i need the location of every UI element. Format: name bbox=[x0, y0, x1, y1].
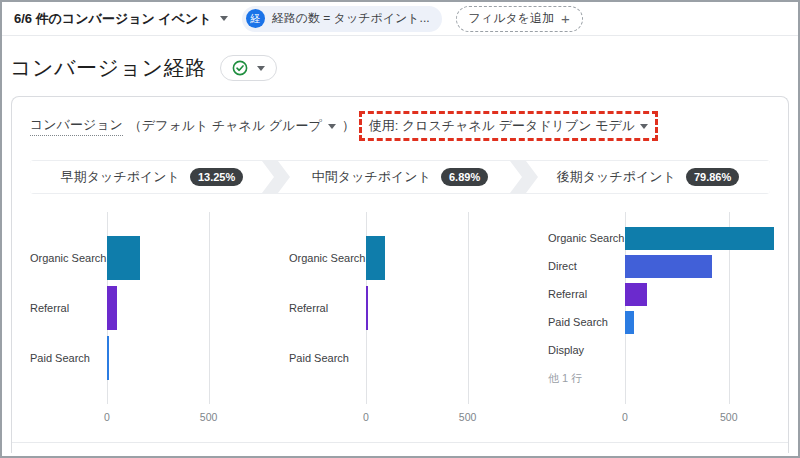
goto-page-value: 1 bbox=[661, 452, 668, 453]
conversion-paths-report: 6/6 件のコンバージョン イベント 経 経路の数 = タッチポイント... フ… bbox=[0, 0, 800, 458]
stage-mid-touchpoints: 中間タッチポイント 6.89% bbox=[278, 161, 522, 193]
category-label: 他 1 行 bbox=[548, 371, 582, 386]
attribution-model-dropdown[interactable]: 使用: クロスチャネル データドリブン モデル bbox=[359, 111, 658, 141]
stage-label: 中間タッチポイント bbox=[312, 168, 431, 186]
bar-referral bbox=[366, 286, 368, 330]
stage-percent-badge: 13.25% bbox=[190, 168, 243, 186]
pagination-bar: 1 ページあたりの行数: 10 移動: 1 1～10 bbox=[30, 443, 770, 453]
bar-referral bbox=[107, 286, 117, 330]
stage-late-touchpoints: 後期タッチポイント 79.86% bbox=[526, 161, 770, 193]
conversion-status-dropdown[interactable] bbox=[220, 55, 277, 81]
path-count-filter-chip[interactable]: 経 経路の数 = タッチポイント... bbox=[242, 6, 442, 32]
dimension-label: コンバージョン bbox=[30, 116, 123, 136]
path-badge-icon: 経 bbox=[246, 9, 265, 28]
caret-down-icon bbox=[328, 124, 336, 129]
touchpoint-stage-bands: 早期タッチポイント 13.25% 中間タッチポイント 6.89% 後期タッチポイ… bbox=[30, 160, 770, 194]
stage-percent-badge: 79.86% bbox=[686, 168, 739, 186]
stage-label: 後期タッチポイント bbox=[557, 168, 676, 186]
category-label: Paid Search bbox=[289, 352, 349, 364]
bar-organic-search bbox=[366, 236, 385, 280]
caret-down-icon bbox=[220, 16, 228, 21]
category-label: Paid Search bbox=[548, 316, 608, 328]
title-row: コンバージョン経路 bbox=[2, 36, 798, 96]
add-filter-button[interactable]: フィルタを追加 + bbox=[456, 6, 583, 32]
model-label: 使用: クロスチャネル データドリブン モデル bbox=[369, 117, 635, 135]
check-circle-icon bbox=[232, 60, 248, 76]
goto-page-input[interactable]: 1 bbox=[644, 452, 684, 453]
page-title: コンバージョン経路 bbox=[10, 54, 206, 82]
stage-percent-badge: 6.89% bbox=[441, 168, 488, 186]
bar-paid-search bbox=[625, 311, 634, 334]
plus-icon: + bbox=[561, 11, 570, 26]
bar-paid-search bbox=[107, 336, 109, 380]
category-label: Organic Search bbox=[289, 252, 365, 264]
axis-tick-label: 0 bbox=[363, 411, 369, 423]
report-card: コンバージョン （デフォルト チャネル グループ ） 使用: クロスチャネル デ… bbox=[11, 96, 789, 453]
dimension-close-paren: ） bbox=[342, 117, 355, 135]
bar-direct bbox=[625, 255, 712, 278]
caret-down-icon bbox=[257, 66, 265, 71]
axis-tick-label: 0 bbox=[104, 411, 110, 423]
category-label: Referral bbox=[30, 302, 69, 314]
axis-tick-label: 0 bbox=[622, 411, 628, 423]
rows-per-page-select[interactable]: 10 bbox=[539, 452, 582, 453]
dimension-dropdown[interactable]: コンバージョン （デフォルト チャネル グループ ） bbox=[30, 116, 355, 136]
gridline-500 bbox=[468, 212, 469, 404]
conversion-events-label: 6/6 件のコンバージョン イベント bbox=[14, 10, 212, 28]
chart-late-touchpoints: 0500Organic SearchDirectReferralPaid Sea… bbox=[548, 212, 789, 430]
caret-down-icon bbox=[640, 124, 648, 129]
bar-charts: 0500Organic SearchReferralPaid Search 05… bbox=[30, 212, 770, 430]
filter-bar: 6/6 件のコンバージョン イベント 経 経路の数 = タッチポイント... フ… bbox=[2, 2, 798, 36]
bar-organic-search bbox=[625, 227, 774, 250]
stage-early-touchpoints: 早期タッチポイント 13.25% bbox=[30, 161, 274, 193]
category-label: Organic Search bbox=[30, 252, 106, 264]
category-label: Display bbox=[548, 344, 584, 356]
add-filter-label: フィルタを追加 bbox=[469, 10, 554, 27]
chart-early-touchpoints: 0500Organic SearchReferralPaid Search bbox=[30, 212, 233, 430]
stage-label: 早期タッチポイント bbox=[61, 168, 180, 186]
path-chip-label: 経路の数 = タッチポイント... bbox=[272, 10, 430, 27]
conversion-events-dropdown[interactable]: 6/6 件のコンバージョン イベント bbox=[14, 10, 228, 28]
axis-tick-label: 500 bbox=[200, 411, 218, 423]
axis-tick-label: 500 bbox=[459, 411, 477, 423]
gridline-500 bbox=[209, 212, 210, 404]
category-label: Referral bbox=[289, 302, 328, 314]
chart-mid-touchpoints: 0500Organic SearchReferralPaid Search bbox=[289, 212, 492, 430]
category-label: Direct bbox=[548, 260, 577, 272]
bar-referral bbox=[625, 283, 647, 306]
category-label: Organic Search bbox=[548, 232, 624, 244]
axis-tick-label: 500 bbox=[720, 411, 738, 423]
dimension-detail: （デフォルト チャネル グループ bbox=[129, 117, 322, 135]
category-label: Paid Search bbox=[30, 352, 90, 364]
category-label: Referral bbox=[548, 288, 587, 300]
bar-organic-search bbox=[107, 236, 140, 280]
rows-per-page-value: 10 bbox=[542, 452, 555, 453]
chart-controls: コンバージョン （デフォルト チャネル グループ ） 使用: クロスチャネル デ… bbox=[30, 111, 770, 141]
